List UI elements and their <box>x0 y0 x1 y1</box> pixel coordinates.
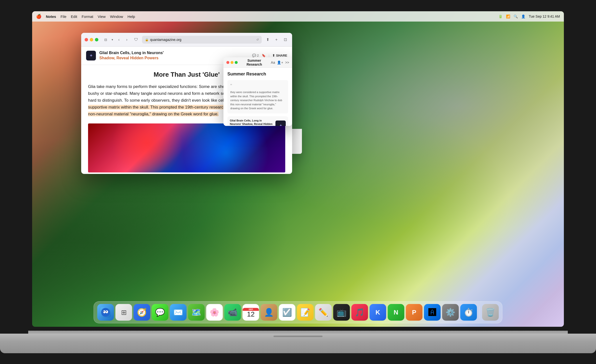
safari-dock-icon-symbol: 🧭 <box>137 308 147 317</box>
notes-fullscreen-button[interactable] <box>235 61 238 64</box>
notes-toolbar-actions: Aa 👤+ >> <box>271 61 289 64</box>
safari-address-bar[interactable]: 🔒 quantamagazine.org ↺ <box>142 36 262 44</box>
appstore-icon-symbol: 🅰 <box>428 308 436 317</box>
menu-window[interactable]: Window <box>110 14 123 19</box>
notes-minimize-button[interactable] <box>231 61 233 64</box>
article-title-highlight: Shadow, Reveal Hidden Powers <box>99 56 158 60</box>
bookmark-icon[interactable]: 🔖 <box>262 54 266 57</box>
dock-icon-keynote[interactable]: K <box>370 304 386 321</box>
dock-icon-music[interactable]: 🎵 <box>351 304 368 321</box>
appletv-icon-symbol: 📺 <box>337 308 347 317</box>
safari-traffic-lights <box>85 38 98 41</box>
notes-link-block[interactable]: Glial Brain Cells, Long in Neurons' Shad… <box>227 116 288 126</box>
macbook-frame: 🍎 Notes File Edit Format View Window Hel… <box>0 0 596 364</box>
safari-sidebar-button[interactable]: ⊟ <box>102 37 109 42</box>
dock-icon-mail[interactable]: ✉️ <box>170 304 187 321</box>
notes-toolbar: Summer Research Aa 👤+ >> <box>223 57 292 68</box>
safari-sidebar-chevron-icon[interactable]: ▾ <box>112 38 113 41</box>
safari-back-button[interactable]: ‹ <box>116 36 122 43</box>
dock-icon-messages[interactable]: 💬 <box>152 304 168 321</box>
dock-separator <box>479 306 480 318</box>
svg-point-1 <box>101 308 110 317</box>
dock-icon-reminders[interactable]: ☑️ <box>279 304 296 321</box>
menubar-left: 🍎 Notes File Edit Format View Window Hel… <box>36 14 135 19</box>
svg-point-5 <box>106 311 107 312</box>
article-share-button[interactable]: ⬆ SHARE <box>272 54 287 57</box>
safari-tabs-button[interactable]: ⊡ <box>282 36 289 43</box>
safari-toolbar: ⊟ ▾ ‹ › 🛡 🔒 quantamagazine.org ↺ <box>81 33 292 47</box>
launchpad-icon-symbol: ⊞ <box>121 308 127 316</box>
lock-icon: 🔒 <box>145 38 149 41</box>
safari-fullscreen-button[interactable] <box>95 38 98 41</box>
article-title-line1: Glial Brain Cells, Long in Neurons' <box>99 50 249 56</box>
dock-icon-screentime[interactable]: ⏱️ <box>460 304 477 321</box>
search-icon[interactable]: 🔍 <box>514 14 518 18</box>
menu-format[interactable]: Format <box>82 14 93 19</box>
messages-icon-symbol: 💬 <box>155 308 165 317</box>
url-text: quantamagazine.org <box>150 38 181 42</box>
safari-nav: ‹ › <box>116 36 130 43</box>
safari-minimize-button[interactable] <box>90 38 93 41</box>
menu-edit[interactable]: Edit <box>71 14 77 19</box>
notes-link-info: Glial Brain Cells, Long in Neurons' Shad… <box>230 119 273 126</box>
dock-icon-calendar[interactable]: SEP 12 <box>243 304 259 321</box>
music-icon-symbol: 🎵 <box>355 308 365 317</box>
macbook-bottom <box>0 334 596 353</box>
dock-icon-settings[interactable]: ⚙️ <box>442 304 459 321</box>
menubar-right: 🔋 📶 🔍 👤 Tue Sep 12 9:41 AM <box>498 14 560 18</box>
dock-icon-launchpad[interactable]: ⊞ <box>116 304 132 321</box>
reminders-icon-symbol: ☑️ <box>282 308 292 317</box>
dock-icon-finder[interactable] <box>97 304 114 321</box>
notes-traffic-lights <box>226 61 238 64</box>
user-icon[interactable]: 👤 <box>521 14 525 18</box>
notes-link-title: Glial Brain Cells, Long in Neurons' Shad… <box>230 119 273 126</box>
safari-share-button[interactable]: ⬆ <box>264 36 271 43</box>
menu-file[interactable]: File <box>61 14 66 19</box>
article-image <box>88 123 285 172</box>
dock-icon-numbers[interactable]: N <box>388 304 404 321</box>
dock-icon-appletv[interactable]: 📺 <box>333 304 350 321</box>
desktop: 🍎 Notes File Edit Format View Window Hel… <box>32 11 564 327</box>
mail-icon-symbol: ✉️ <box>173 308 183 317</box>
notes-dock-icon-symbol: 📝 <box>300 308 310 317</box>
dock-icon-maps[interactable]: 🗺️ <box>188 304 205 321</box>
menu-help[interactable]: Help <box>128 14 135 19</box>
reload-icon[interactable]: ↺ <box>256 38 259 41</box>
dock-icon-trash[interactable]: 🗑️ <box>482 304 499 321</box>
dock-icon-photos[interactable]: 🌸 <box>206 304 223 321</box>
safari-new-tab-button[interactable]: + <box>273 36 280 43</box>
keynote-icon-symbol: K <box>376 309 380 316</box>
screen-bezel: 🍎 Notes File Edit Format View Window Hel… <box>28 7 568 331</box>
dock-icon-contacts[interactable]: 👤 <box>261 304 277 321</box>
notes-window: Summer Research Aa 👤+ >> Summer Research… <box>223 57 292 126</box>
safari-forward-button[interactable]: › <box>123 36 130 43</box>
dock-icon-freeform[interactable]: ✏️ <box>315 304 332 321</box>
calendar-day: 12 <box>247 311 255 318</box>
dock-icon-safari[interactable]: 🧭 <box>134 304 150 321</box>
dock-icon-notes[interactable]: 📝 <box>297 304 314 321</box>
notes-close-button[interactable] <box>226 61 229 64</box>
notes-font-button[interactable]: Aa <box>271 61 275 64</box>
safari-close-button[interactable] <box>85 38 88 41</box>
article-header-actions: 💬 2 🔖 | ⬆ SHARE <box>252 54 287 57</box>
safari-shield-button[interactable]: 🛡 <box>133 36 140 43</box>
pages-icon-symbol: P <box>412 309 416 316</box>
notes-more-button[interactable]: >> <box>285 61 289 64</box>
notes-quote-icon: " <box>230 83 285 89</box>
menu-view[interactable]: View <box>98 14 105 19</box>
trash-icon-symbol: 🗑️ <box>486 308 495 317</box>
dock-icon-pages[interactable]: P <box>406 304 423 321</box>
numbers-icon-symbol: N <box>394 309 398 316</box>
dock-icon-facetime[interactable]: 📹 <box>224 304 241 321</box>
dock-icon-appstore[interactable]: 🅰 <box>424 304 441 321</box>
dock: ⊞ 🧭 💬 ✉️ 🗺️ <box>94 301 503 323</box>
maps-icon-symbol: 🗺️ <box>192 308 201 317</box>
battery-icon: 🔋 <box>498 14 503 18</box>
notes-share-button[interactable]: 👤+ <box>277 61 283 64</box>
apple-logo-icon[interactable]: 🍎 <box>36 14 41 19</box>
notes-content: Summer Research " they were considered a… <box>223 68 292 126</box>
share-icon: ⬆ <box>272 54 275 57</box>
menu-app-name[interactable]: Notes <box>46 14 56 19</box>
comment-count: 💬 2 <box>252 54 259 57</box>
article-icon-symbol: ✦ <box>89 53 93 58</box>
